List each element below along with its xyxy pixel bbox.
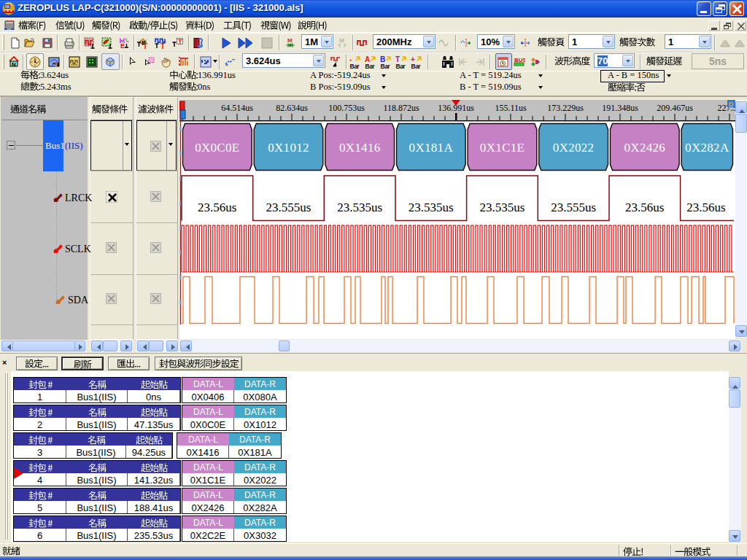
svg-text:0X181A: 0X181A <box>409 141 454 155</box>
svg-text:M: M <box>287 37 293 44</box>
svg-text:Bar: Bar <box>365 63 376 69</box>
svg-text:209.467us: 209.467us <box>657 103 693 113</box>
svg-text:HZ: HZ <box>53 63 58 67</box>
svg-text:23.555us: 23.555us <box>266 201 311 214</box>
svg-text:23.535us: 23.535us <box>480 201 525 214</box>
svg-text:64.514us: 64.514us <box>221 103 253 113</box>
svg-text:Bar: Bar <box>411 63 422 69</box>
svg-text:0X1012: 0X1012 <box>268 141 309 155</box>
svg-text:23.56us: 23.56us <box>625 201 664 214</box>
svg-text:0X2022: 0X2022 <box>553 141 595 155</box>
svg-text:173.229us: 173.229us <box>547 103 584 113</box>
svg-text:0X1C1E: 0X1C1E <box>480 141 525 155</box>
svg-text:T: T <box>143 42 147 49</box>
svg-text:Bar: Bar <box>350 63 360 69</box>
svg-text:23.535us: 23.535us <box>337 201 382 214</box>
svg-text:E: E <box>120 42 125 49</box>
svg-text:118.872us: 118.872us <box>383 103 419 113</box>
svg-text:T: T <box>178 38 182 45</box>
svg-text:Bar: Bar <box>381 63 391 69</box>
svg-text:0X282A: 0X282A <box>685 141 729 155</box>
svg-text:155.11us: 155.11us <box>495 103 527 113</box>
svg-text:0X2426: 0X2426 <box>624 141 666 155</box>
svg-text:0X0C0E: 0X0C0E <box>195 141 239 155</box>
svg-text:T: T <box>160 42 165 49</box>
svg-text:M: M <box>339 37 344 44</box>
svg-text:100.753us: 100.753us <box>328 103 365 113</box>
svg-text:N: N <box>12 61 16 68</box>
svg-text:23.535us: 23.535us <box>409 201 454 214</box>
svg-text:23.555us: 23.555us <box>551 201 596 214</box>
svg-text:23.56us: 23.56us <box>198 201 236 214</box>
svg-text:Bar: Bar <box>396 63 406 69</box>
svg-text:0X1416: 0X1416 <box>339 141 381 155</box>
svg-text:D: D <box>729 101 734 108</box>
svg-text:191.348us: 191.348us <box>602 103 638 113</box>
svg-text:82.634us: 82.634us <box>276 103 308 113</box>
svg-text:23.56us: 23.56us <box>686 201 725 214</box>
